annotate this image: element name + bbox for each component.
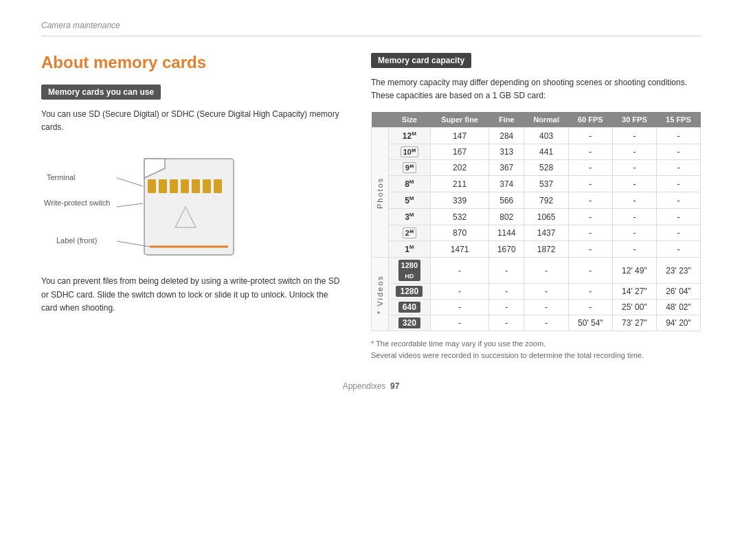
cell-fps60: -: [568, 225, 612, 241]
cell-fps15: -: [656, 192, 700, 209]
video-cell-fps30: 14' 27": [612, 284, 656, 300]
cell-fps30: -: [612, 192, 656, 209]
cell-fine: 284: [489, 128, 524, 144]
capacity-table: Size Super fine Fine Normal 60 FPS 30 FP…: [371, 112, 701, 331]
size-icon-cell: 5M: [388, 192, 431, 209]
th-60fps: 60 FPS: [568, 112, 612, 128]
table-row: Photos12M147284403---: [372, 128, 701, 144]
cell-fps30: -: [612, 144, 656, 160]
cell-fps60: -: [568, 128, 612, 144]
table-row: 5M339566792---: [372, 192, 701, 209]
cell-fps30: -: [612, 176, 656, 192]
section1-text2: You can prevent files from being deleted…: [41, 275, 344, 315]
video-cell-fps60: -: [568, 300, 612, 315]
table-row-video: * Videos1280HD----12' 49"23' 23": [372, 258, 701, 284]
cell-superfine: 147: [431, 128, 489, 144]
write-protect-label: Write-protect switch: [44, 199, 110, 207]
table-row: 3M5328021065---: [372, 209, 701, 225]
section2-text: The memory capacity may differ depending…: [371, 76, 701, 102]
video-cell-superfine: -: [431, 315, 489, 331]
video-cell-fps30: 25' 00": [612, 300, 656, 315]
breadcrumb: Camera maintenance: [41, 21, 701, 36]
svg-rect-2: [148, 179, 156, 193]
th-normal: Normal: [524, 112, 568, 128]
cell-fine: 1144: [489, 225, 524, 241]
video-cell-fps15: 23' 23": [656, 258, 700, 284]
svg-rect-6: [192, 179, 200, 193]
main-content: About memory cards Memory cards you can …: [41, 53, 701, 361]
video-cell-superfine: -: [431, 258, 489, 284]
svg-rect-4: [170, 179, 178, 193]
cell-fine: 374: [489, 176, 524, 192]
video-size-cell: 320: [388, 315, 431, 331]
video-cell-fps30: 73' 27": [612, 315, 656, 331]
svg-rect-0: [144, 159, 234, 255]
cell-normal: 1437: [524, 225, 568, 241]
cell-superfine: 532: [431, 209, 489, 225]
cell-fine: 802: [489, 209, 524, 225]
video-size-cell: 1280: [388, 284, 431, 300]
video-cell-normal: -: [524, 300, 568, 315]
footnote-area: * The recordable time may vary if you us…: [371, 338, 701, 361]
cell-fps15: -: [656, 241, 700, 258]
cell-superfine: 167: [431, 144, 489, 160]
table-row: 8M211374537---: [372, 176, 701, 192]
cell-fps30: -: [612, 241, 656, 258]
size-icon-cell: 3M: [388, 209, 431, 225]
th-size: Size: [388, 112, 431, 128]
video-cell-normal: -: [524, 284, 568, 300]
video-size-cell: 640: [388, 300, 431, 315]
videos-label-cell: * Videos: [372, 258, 389, 331]
cell-fps15: -: [656, 225, 700, 241]
cell-superfine: 1471: [431, 241, 489, 258]
footer-page: 97: [390, 381, 399, 391]
cell-fps15: -: [656, 144, 700, 160]
th-category: [372, 112, 389, 128]
cell-fine: 367: [489, 160, 524, 176]
footnote2: Several videos were recorded in successi…: [371, 350, 701, 361]
th-superfine: Super fine: [431, 112, 489, 128]
video-cell-normal: -: [524, 315, 568, 331]
cell-fps15: -: [656, 176, 700, 192]
size-icon-cell: 2ᴹ: [388, 225, 431, 241]
footer-label: Appendixes: [343, 381, 386, 391]
label-front-label: Label (front): [56, 236, 97, 245]
cell-normal: 537: [524, 176, 568, 192]
sd-card-diagram: Terminal Write-protect switch Label (fro…: [41, 145, 344, 264]
table-row: 9ᴹ202367528---: [372, 160, 701, 176]
video-cell-fine: -: [489, 300, 524, 315]
th-30fps: 30 FPS: [612, 112, 656, 128]
size-icon-cell: 10ᴹ: [388, 144, 431, 160]
video-cell-superfine: -: [431, 284, 489, 300]
cell-normal: 1872: [524, 241, 568, 258]
cell-fps60: -: [568, 209, 612, 225]
cell-fps60: -: [568, 160, 612, 176]
table-header-row: Size Super fine Fine Normal 60 FPS 30 FP…: [372, 112, 701, 128]
cell-fps60: -: [568, 144, 612, 160]
video-cell-normal: -: [524, 258, 568, 284]
table-row-video: 640----25' 00"48' 02": [372, 300, 701, 315]
cell-fps60: -: [568, 176, 612, 192]
cell-fps60: -: [568, 192, 612, 209]
cell-normal: 441: [524, 144, 568, 160]
left-column: About memory cards Memory cards you can …: [41, 53, 344, 361]
svg-rect-5: [181, 179, 189, 193]
cell-normal: 528: [524, 160, 568, 176]
cell-superfine: 211: [431, 176, 489, 192]
page-title: About memory cards: [41, 53, 344, 72]
video-cell-fine: -: [489, 315, 524, 331]
svg-rect-3: [159, 179, 167, 193]
th-15fps: 15 FPS: [656, 112, 700, 128]
video-cell-fps30: 12' 49": [612, 258, 656, 284]
table-row: 1M147116701872---: [372, 241, 701, 258]
size-icon-cell: 1M: [388, 241, 431, 258]
cell-fps15: -: [656, 128, 700, 144]
video-cell-fps15: 26' 04": [656, 284, 700, 300]
video-cell-fps60: -: [568, 284, 612, 300]
cell-normal: 1065: [524, 209, 568, 225]
photos-label-cell: Photos: [372, 128, 389, 258]
video-size-cell: 1280HD: [388, 258, 431, 284]
video-cell-fine: -: [489, 284, 524, 300]
video-cell-fine: -: [489, 258, 524, 284]
cell-fine: 566: [489, 192, 524, 209]
